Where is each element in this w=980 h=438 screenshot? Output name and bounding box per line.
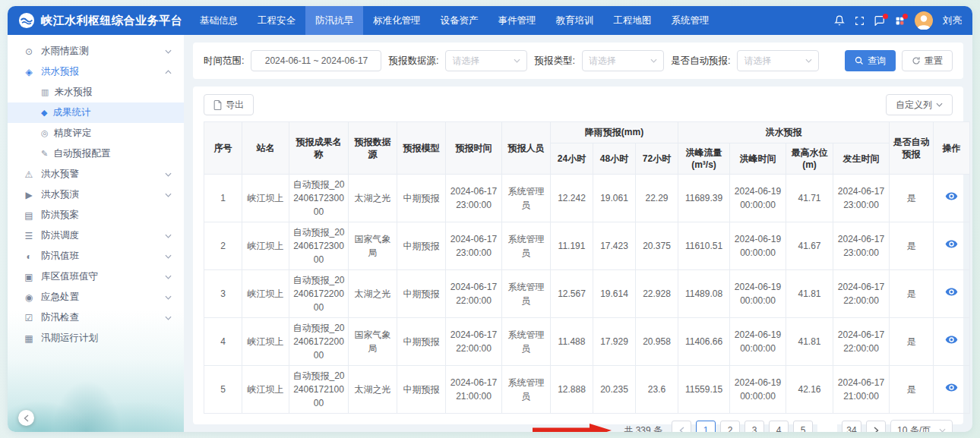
auto-forecast-select[interactable]: 请选择: [737, 50, 819, 71]
cell-forecast-time: 2024-06-17 21:00:00: [446, 366, 502, 414]
col-group-flood: 洪水预报: [678, 122, 890, 143]
cell-index: 2: [204, 222, 242, 270]
document-icon: [213, 100, 222, 110]
table-row: 1峡江坝上自动预报_20240617230000太湖之光中期预报2024-06-…: [204, 175, 970, 222]
brand: 峡江水利枢纽综合业务平台: [18, 12, 190, 29]
col-header-datasource: 预报数据源: [349, 122, 397, 175]
sidebar-item-label: 洪水预报: [41, 65, 165, 78]
flood-forecast-icon: ◈: [23, 67, 35, 77]
cell-station: 峡江坝上: [242, 318, 289, 366]
col-header-action: 操作: [934, 122, 970, 175]
chevron-down-icon: [165, 254, 172, 259]
sidebar-item[interactable]: ⊙水雨情监测: [8, 41, 184, 61]
table-row: 2峡江坝上自动预报_20240617230000国家气象局中期预报2024-06…: [204, 222, 970, 270]
cell-person: 系统管理员: [502, 318, 551, 366]
apps-grid-icon[interactable]: [895, 16, 905, 26]
cell-h48: 17.423: [593, 222, 636, 270]
nav-item[interactable]: 系统管理: [662, 6, 719, 35]
nav-item[interactable]: 防汛抗旱: [305, 6, 363, 35]
custom-columns-button[interactable]: 自定义列: [886, 94, 953, 115]
cell-h48: 19.061: [593, 175, 636, 222]
chevron-down-icon: [936, 102, 943, 107]
cell-model: 中期预报: [397, 222, 446, 270]
cell-max-level: 41.71: [786, 175, 833, 222]
bell-icon[interactable]: [834, 15, 845, 26]
sidebar-item[interactable]: ◈洪水预报: [8, 61, 184, 82]
sidebar-subitem[interactable]: ▥来水预报: [8, 82, 184, 102]
cell-occur-time: 2024-06-17 22:00:00: [833, 318, 890, 366]
cell-station: 峡江坝上: [242, 270, 289, 318]
nav-item[interactable]: 工程安全: [248, 6, 305, 35]
sidebar-subitem[interactable]: ✎自动预报配置: [8, 143, 184, 164]
message-icon[interactable]: [874, 16, 885, 26]
cell-result-name: 自动预报_20240617220000: [289, 318, 349, 366]
flood-plan-icon: ▤: [23, 210, 35, 221]
prev-page-button[interactable]: [672, 421, 691, 432]
flood-inspection-icon: ☑: [23, 313, 35, 323]
page-size-select[interactable]: 10 条/页: [890, 420, 953, 432]
cell-peak-time: 2024-06-19 00:00:00: [730, 270, 786, 318]
cell-forecast-time: 2024-06-17 23:00:00: [446, 175, 502, 222]
sidebar-item[interactable]: ▦汛期运行计划: [8, 328, 184, 348]
username[interactable]: 刘亮: [943, 14, 962, 27]
app-logo-icon: [18, 12, 35, 29]
water-rain-monitor-icon: ⊙: [23, 46, 35, 57]
sidebar-item[interactable]: ☑防汛检查: [8, 307, 184, 328]
col-header-person: 预报人员: [502, 122, 551, 175]
view-icon[interactable]: [945, 287, 958, 297]
page-button[interactable]: 1: [696, 421, 716, 432]
fullscreen-icon[interactable]: [855, 16, 865, 26]
cell-peak-time: 2024-06-19 00:00:00: [730, 318, 786, 366]
sidebar-item[interactable]: ◐防汛值班: [8, 246, 184, 266]
sidebar-collapse-button[interactable]: [18, 410, 34, 426]
nav-item[interactable]: 基础信息: [190, 6, 248, 35]
col-header-72h: 72小时: [636, 143, 678, 175]
col-header-max-level: 最高水位(m): [786, 143, 833, 175]
nav-item[interactable]: 设备资产: [431, 6, 488, 35]
sidebar-item[interactable]: ▣库区值班值守: [8, 266, 184, 287]
nav-item[interactable]: 工程地图: [604, 6, 662, 35]
col-header-24h: 24小时: [551, 143, 593, 175]
chevron-down-icon: [165, 234, 172, 238]
sidebar-item[interactable]: ▶洪水预演: [8, 184, 184, 205]
next-page-button[interactable]: [866, 421, 886, 432]
chevron-down-icon: [165, 49, 172, 54]
date-range-input[interactable]: 2024-06-11 ~ 2024-06-17: [251, 50, 381, 71]
sidebar-subitem[interactable]: ◎精度评定: [8, 123, 184, 143]
chevron-up-icon: [165, 70, 172, 74]
forecast-type-select[interactable]: 请选择: [582, 50, 664, 71]
col-header-forecast-time: 预报时间: [446, 122, 502, 175]
search-button[interactable]: 查询: [845, 50, 896, 71]
view-icon[interactable]: [945, 191, 958, 201]
sidebar-item[interactable]: ◉应急处置: [8, 287, 184, 307]
page-button[interactable]: 3: [744, 421, 764, 432]
cell-h48: 17.929: [593, 318, 636, 366]
sidebar: ⊙水雨情监测◈洪水预报▥来水预报◆成果统计◎精度评定✎自动预报配置⚠洪水预警▶洪…: [8, 35, 184, 432]
sidebar-item[interactable]: ☰防洪调度: [8, 225, 184, 246]
page-button[interactable]: 2: [720, 421, 740, 432]
nav-item[interactable]: 事件管理: [488, 6, 546, 35]
user-avatar[interactable]: [915, 11, 933, 30]
page-button[interactable]: 5: [793, 421, 813, 432]
nav-item[interactable]: 标准化管理: [363, 6, 431, 35]
app-window: 峡江水利枢纽综合业务平台 基础信息工程安全防汛抗旱标准化管理设备资产事件管理教育…: [8, 6, 972, 432]
cell-max-level: 41.81: [786, 318, 833, 366]
page-button[interactable]: 34: [842, 421, 861, 432]
chevron-down-icon: [805, 58, 812, 63]
view-icon[interactable]: [945, 383, 958, 392]
cell-datasource: 太湖之光: [349, 175, 397, 222]
reset-button[interactable]: 重置: [902, 50, 953, 71]
sidebar-item[interactable]: ⚠洪水预警: [8, 164, 184, 184]
sidebar-subitem[interactable]: ◆成果统计: [8, 102, 184, 123]
view-icon[interactable]: [945, 335, 958, 345]
nav-item[interactable]: 教育培训: [546, 6, 604, 35]
export-button[interactable]: 导出: [204, 94, 254, 115]
view-icon[interactable]: [945, 239, 958, 249]
datasource-select[interactable]: 请选择: [445, 50, 527, 71]
notification-badge: [883, 14, 888, 19]
sidebar-item-label: 防汛检查: [41, 311, 165, 324]
auto-forecast-label: 是否自动预报:: [671, 55, 730, 68]
sidebar-item[interactable]: ▤防洪预案: [8, 205, 184, 225]
date-range-value: 2024-06-11 ~ 2024-06-17: [265, 55, 368, 66]
page-button[interactable]: 4: [769, 421, 789, 432]
